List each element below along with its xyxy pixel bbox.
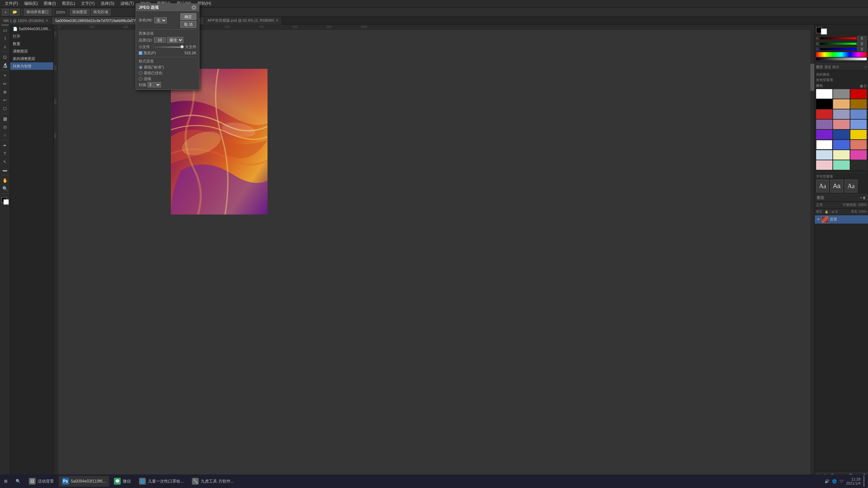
- tool-rect-select[interactable]: ▭: [1, 26, 9, 34]
- swatch-peach[interactable]: [833, 99, 849, 109]
- swatch-white[interactable]: [816, 89, 832, 99]
- taskbar-item-tools[interactable]: 🔧 九虎工具·方软件...: [189, 476, 237, 487]
- tool-blur[interactable]: ◎: [1, 123, 9, 130]
- swatch-empty[interactable]: [850, 160, 867, 170]
- tab-2-close[interactable]: ✕: [276, 19, 278, 22]
- tool-clone[interactable]: ⊕: [1, 88, 9, 96]
- taskbar-item-ps[interactable]: Ps 5a0094e03f119f6...: [59, 476, 109, 487]
- clock-display[interactable]: 11:28 2021/1/4: [846, 477, 861, 485]
- swatch-white2[interactable]: [816, 140, 832, 149]
- swatch-blue-light[interactable]: [850, 109, 867, 119]
- r-slider[interactable]: [820, 37, 856, 39]
- swatch-mint[interactable]: [833, 160, 849, 170]
- dialog-close-button[interactable]: ✕: [192, 5, 196, 10]
- b-input[interactable]: [857, 47, 867, 52]
- tool-lasso[interactable]: ⌇: [1, 35, 9, 42]
- font-style-cursive[interactable]: Aa: [845, 180, 857, 192]
- bg-swatch[interactable]: [821, 28, 827, 35]
- swatches-view-toggle[interactable]: ▦ ☰: [860, 84, 867, 88]
- menu-image[interactable]: 图像(I): [41, 0, 58, 7]
- quality-input[interactable]: [154, 37, 166, 43]
- layer-item-background[interactable]: 👁 背景: [815, 215, 868, 224]
- tray-sound-icon[interactable]: 🔊: [825, 479, 829, 484]
- canvas-area[interactable]: [59, 30, 814, 479]
- ok-button[interactable]: 确定: [180, 13, 196, 20]
- color-spectrum-bar[interactable]: [816, 52, 867, 57]
- dialog-title-bar[interactable]: JPEG 选项 ✕: [136, 4, 199, 11]
- history-item-1[interactable]: 打开: [10, 33, 53, 40]
- adj-tab1[interactable]: 图层: [816, 65, 823, 69]
- swatch-brown[interactable]: [850, 99, 867, 109]
- cancel-button[interactable]: 取 消: [180, 21, 196, 28]
- menu-type[interactable]: 文字(Y): [78, 0, 97, 7]
- font-style-sans[interactable]: Aa: [830, 180, 843, 192]
- quality-slider-thumb[interactable]: [180, 45, 184, 48]
- adj-options[interactable]: ≡: [865, 65, 867, 69]
- tool-hand[interactable]: ✋: [1, 177, 9, 184]
- tab-0-close[interactable]: ✕: [45, 19, 48, 22]
- tool-shape[interactable]: ▬: [1, 166, 9, 174]
- tab-2[interactable]: APP首页模版.psd @ 62.6% (2, RGB/8#) ✕: [204, 17, 282, 24]
- fg-bg-colors[interactable]: [1, 197, 9, 205]
- history-item-3[interactable]: 调整图层: [10, 47, 53, 55]
- layer-eye-icon[interactable]: 👁: [817, 218, 820, 221]
- tab-0[interactable]: NR 1 @ 100% (RGB/8#) ✕: [0, 17, 52, 24]
- swatch-red2[interactable]: [816, 109, 832, 119]
- tool-zoom[interactable]: 🔍: [1, 185, 9, 192]
- quality-slider[interactable]: [153, 46, 182, 48]
- matte-select[interactable]: 无: [154, 17, 167, 23]
- taskbar-item-bg[interactable]: 🖼 活动背景: [25, 476, 57, 487]
- swatch-lightblue[interactable]: [816, 150, 832, 160]
- bw-bar[interactable]: [816, 58, 867, 60]
- show-desktop-button[interactable]: [863, 476, 865, 487]
- tool-brush[interactable]: ✏: [1, 80, 9, 87]
- history-item-0[interactable]: 📄 5a0094e03f119f6...: [10, 25, 53, 33]
- swatch-red[interactable]: [850, 89, 867, 99]
- swatch-periwinkle[interactable]: [850, 120, 867, 129]
- swatch-violet[interactable]: [816, 130, 832, 139]
- b-slider[interactable]: [820, 48, 856, 50]
- format-progressive-radio[interactable]: [139, 77, 142, 81]
- start-button[interactable]: ⊞: [1, 476, 11, 487]
- layer-del-icon[interactable]: 🗑: [863, 196, 866, 200]
- g-input[interactable]: [857, 41, 867, 46]
- tool-history-brush[interactable]: ↩: [1, 96, 9, 104]
- add-layer-button[interactable]: 添加图层: [70, 9, 90, 16]
- tool-quick-select[interactable]: ⍋: [1, 43, 9, 50]
- swatch-blue2[interactable]: [833, 140, 849, 149]
- taskbar-item-browser[interactable]: 🌐 儿童一次性口罩哈...: [136, 476, 187, 487]
- adj-tab2[interactable]: 通道: [824, 65, 831, 69]
- format-baseline-standard-radio[interactable]: [139, 65, 142, 69]
- swatch-salmon[interactable]: [833, 120, 849, 129]
- tool-crop[interactable]: ⊡: [1, 53, 9, 61]
- tray-network-icon[interactable]: 🌐: [832, 479, 837, 484]
- tool-gradient[interactable]: ▦: [1, 115, 9, 122]
- swatch-magenta[interactable]: [850, 150, 867, 160]
- g-slider[interactable]: [820, 43, 856, 45]
- tool-eraser[interactable]: ◻: [1, 104, 9, 112]
- menu-select[interactable]: 选择(S): [98, 0, 117, 7]
- tray-security-icon[interactable]: 🛡: [840, 479, 843, 483]
- new-doc-button[interactable]: +: [2, 9, 9, 16]
- menu-filter[interactable]: 滤镜(T): [118, 0, 136, 7]
- vertical-scrollbar[interactable]: [810, 30, 814, 474]
- layer-add-icon[interactable]: +: [860, 196, 862, 200]
- swatch-lavender[interactable]: [833, 109, 849, 119]
- open-button[interactable]: 📂: [10, 9, 20, 16]
- r-input[interactable]: [857, 36, 867, 41]
- tool-path-select[interactable]: ↖: [1, 158, 9, 165]
- tool-pen[interactable]: ✒: [1, 142, 9, 149]
- menu-edit[interactable]: 编辑(E): [21, 0, 40, 7]
- swatch-coral[interactable]: [850, 140, 867, 149]
- font-style-serif[interactable]: Aa: [816, 180, 829, 192]
- history-item-2[interactable]: 数量: [10, 40, 53, 47]
- quality-select[interactable]: 最佳: [167, 37, 183, 43]
- format-baseline-optimized-radio[interactable]: [139, 71, 142, 75]
- background-color[interactable]: [3, 199, 9, 205]
- preview-checkbox[interactable]: [139, 51, 142, 55]
- adj-tab3[interactable]: 路径: [832, 65, 839, 69]
- history-item-4[interactable]: 新的调整图层: [10, 55, 53, 62]
- swatch-yellow[interactable]: [850, 130, 867, 139]
- swatch-gray[interactable]: [833, 89, 849, 99]
- swatch-purple[interactable]: [816, 120, 832, 129]
